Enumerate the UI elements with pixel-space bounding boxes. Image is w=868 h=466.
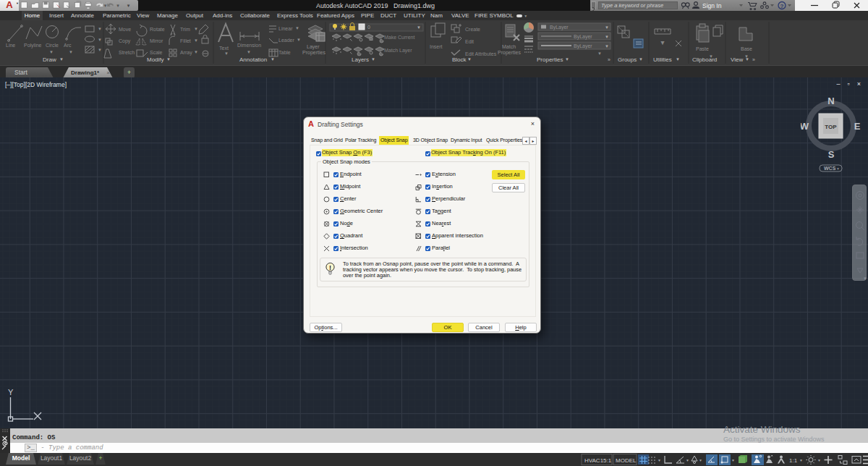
svg-text:1:1: 1:1: [789, 457, 798, 464]
svg-text:▼: ▼: [224, 51, 229, 56]
svg-text:▼: ▼: [98, 48, 102, 52]
svg-text:▼: ▼: [467, 57, 472, 62]
svg-text:Properties: Properties: [537, 56, 563, 63]
svg-text:▼: ▼: [116, 3, 120, 8]
svg-text:▼: ▼: [817, 458, 821, 462]
svg-text:0: 0: [367, 25, 370, 30]
svg-text:Base: Base: [741, 46, 752, 51]
svg-text:View: View: [731, 56, 743, 63]
svg-text:▼: ▼: [98, 27, 102, 31]
svg-text:Layers: Layers: [352, 56, 369, 63]
svg-text:W: W: [801, 121, 809, 132]
svg-text:ByLayer: ByLayer: [574, 34, 592, 40]
svg-text:Array: Array: [180, 50, 192, 56]
svg-text:E: E: [854, 121, 861, 132]
svg-text:Edit: Edit: [465, 39, 474, 44]
svg-text:▼: ▼: [660, 41, 665, 45]
svg-text:S: S: [828, 149, 835, 160]
svg-text:Rotate: Rotate: [150, 27, 165, 32]
svg-text:N: N: [827, 96, 834, 106]
svg-text:▼: ▼: [247, 50, 251, 54]
svg-text:Groups: Groups: [618, 56, 637, 63]
svg-text:Leader: Leader: [278, 38, 294, 43]
svg-text:▼: ▼: [799, 458, 803, 462]
svg-text:▼: ▼: [658, 458, 661, 462]
svg-text:▼: ▼: [103, 3, 108, 8]
svg-text:▼: ▼: [194, 38, 198, 43]
svg-text:MODEL: MODEL: [616, 457, 637, 464]
svg-text:Annotation: Annotation: [239, 56, 267, 63]
svg-text:Match: Match: [502, 44, 516, 49]
svg-text:▼: ▼: [639, 57, 643, 62]
svg-text:Edit Attributes: Edit Attributes: [465, 51, 497, 56]
svg-text:ByLayer: ByLayer: [550, 25, 569, 30]
svg-text:▼: ▼: [127, 3, 131, 8]
svg-text:Properties: Properties: [498, 50, 521, 56]
svg-text:Utilities: Utilities: [653, 56, 672, 63]
svg-text:WCS: WCS: [824, 166, 836, 171]
svg-text:▼: ▼: [605, 44, 609, 48]
svg-text:▼: ▼: [194, 27, 198, 31]
svg-text:▼: ▼: [745, 57, 749, 62]
svg-text:Polyline: Polyline: [24, 43, 42, 48]
svg-text:▼: ▼: [295, 26, 299, 30]
svg-text:Circle: Circle: [46, 43, 59, 48]
svg-text:Clipboard: Clipboard: [692, 56, 717, 63]
svg-text:▼: ▼: [565, 57, 569, 62]
svg-text:Copy: Copy: [119, 38, 131, 44]
svg-text:▼: ▼: [69, 50, 73, 54]
svg-text:Sign In: Sign In: [702, 2, 722, 9]
svg-text:▼: ▼: [863, 276, 867, 281]
svg-text:Make Current: Make Current: [384, 35, 414, 40]
svg-text:TOP: TOP: [825, 124, 837, 130]
svg-text:▼: ▼: [59, 57, 64, 62]
svg-text:▼: ▼: [605, 35, 609, 39]
svg-text:»: »: [752, 57, 755, 62]
svg-text:Stretch: Stretch: [119, 50, 135, 55]
svg-text:Properties: Properties: [302, 50, 326, 56]
svg-text:Move: Move: [119, 27, 131, 32]
svg-text:Dimension: Dimension: [237, 43, 261, 48]
svg-text:Layer: Layer: [307, 44, 320, 50]
svg-text:Fillet: Fillet: [180, 38, 191, 43]
svg-text:▼: ▼: [676, 57, 680, 62]
svg-text:Mirror: Mirror: [150, 38, 163, 43]
svg-text:▼: ▼: [49, 50, 54, 54]
svg-text:ByLayer: ByLayer: [574, 43, 592, 49]
svg-text:HVAC15:1: HVAC15:1: [584, 457, 612, 464]
svg-text:▼: ▼: [605, 25, 609, 30]
svg-text:Draw: Draw: [43, 56, 56, 63]
svg-text:?: ?: [780, 3, 784, 9]
svg-text:Line: Line: [6, 43, 15, 48]
svg-text:Arc: Arc: [64, 43, 72, 48]
svg-text:Match Layer: Match Layer: [384, 48, 412, 54]
svg-text:▼: ▼: [836, 166, 840, 171]
svg-text:▼: ▼: [194, 50, 198, 54]
svg-text:▼: ▼: [98, 38, 102, 42]
svg-text:▼: ▼: [166, 57, 171, 62]
svg-text:Linear: Linear: [278, 26, 293, 31]
svg-text:▼: ▼: [271, 57, 275, 62]
svg-text:»: »: [608, 57, 610, 62]
svg-text:Insert: Insert: [430, 44, 443, 49]
svg-text:Trim: Trim: [180, 27, 190, 32]
svg-text:▼: ▼: [297, 38, 301, 42]
svg-text:Create: Create: [465, 27, 480, 32]
svg-text:▼: ▼: [686, 458, 689, 462]
svg-text:▼: ▼: [699, 458, 702, 462]
svg-text:Text: Text: [219, 46, 229, 51]
svg-text:▼: ▼: [731, 458, 735, 462]
svg-text:Paste: Paste: [696, 46, 709, 51]
svg-text:Modify: Modify: [147, 56, 164, 63]
svg-text:▼: ▼: [371, 57, 375, 62]
svg-text:Table: Table: [278, 50, 291, 55]
svg-text:▼: ▼: [417, 25, 421, 30]
svg-text:!: !: [329, 264, 331, 271]
svg-text:Block: Block: [452, 56, 467, 63]
svg-text:▼: ▼: [597, 51, 602, 56]
svg-text:Scale: Scale: [150, 50, 163, 55]
svg-text:Y: Y: [8, 388, 14, 397]
